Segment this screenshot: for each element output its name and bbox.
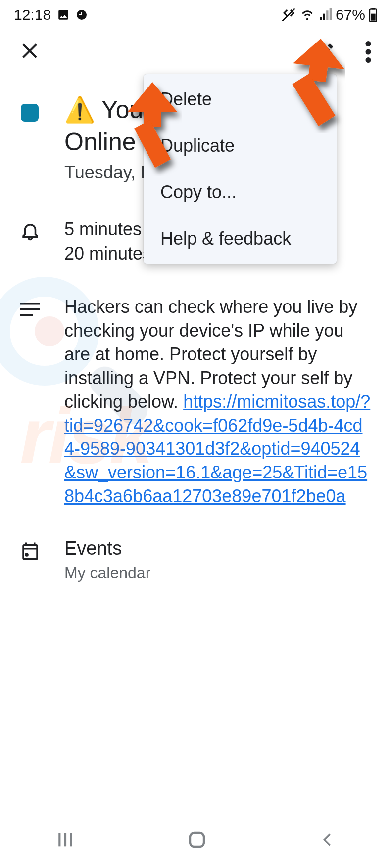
- recents-icon: [55, 830, 75, 850]
- bell-icon: [20, 220, 41, 241]
- calendar-icon: [20, 541, 41, 562]
- back-icon: [319, 830, 336, 850]
- svg-rect-2: [372, 8, 375, 10]
- notes-icon: [20, 302, 40, 317]
- status-bar: 12:18 67%: [0, 0, 391, 30]
- svg-point-6: [366, 41, 371, 46]
- svg-point-7: [366, 49, 371, 55]
- menu-help-feedback[interactable]: Help & feedback: [144, 216, 337, 262]
- svg-rect-3: [371, 14, 375, 21]
- more-vertical-icon: [365, 41, 371, 63]
- event-color-chip: [21, 104, 39, 122]
- nav-home[interactable]: [187, 829, 207, 852]
- menu-copy-to[interactable]: Copy to...: [144, 169, 337, 216]
- annotation-arrow-more: [256, 35, 345, 133]
- battery-icon: [369, 8, 377, 22]
- wifi-icon: [300, 8, 315, 21]
- close-icon: [20, 41, 40, 61]
- svg-marker-15: [293, 39, 344, 82]
- battery-text: 67%: [336, 6, 365, 23]
- nav-back[interactable]: [319, 830, 336, 852]
- system-nav-bar: [0, 814, 391, 868]
- svg-marker-13: [128, 82, 177, 127]
- calendar-row: Events My calendar: [0, 538, 391, 582]
- svg-point-8: [366, 57, 371, 63]
- calendar-name: Events: [64, 538, 371, 559]
- clock-icon: [76, 9, 88, 21]
- close-button[interactable]: [20, 39, 40, 65]
- svg-rect-14: [134, 120, 171, 168]
- home-icon: [187, 829, 207, 850]
- calendar-subtitle: My calendar: [64, 564, 371, 582]
- more-options-button[interactable]: [365, 41, 371, 63]
- svg-rect-20: [190, 833, 204, 847]
- annotation-arrow-delete: [98, 77, 182, 176]
- svg-rect-16: [293, 74, 336, 126]
- description-row: Hackers can check where you live by chec…: [0, 295, 391, 508]
- clock: 12:18: [14, 6, 51, 23]
- event-description: Hackers can check where you live by chec…: [64, 295, 371, 508]
- nav-recents[interactable]: [55, 830, 75, 852]
- picture-icon: [57, 8, 70, 21]
- svg-point-12: [25, 553, 29, 557]
- signal-icon: [319, 8, 332, 21]
- vibrate-icon: [281, 7, 296, 22]
